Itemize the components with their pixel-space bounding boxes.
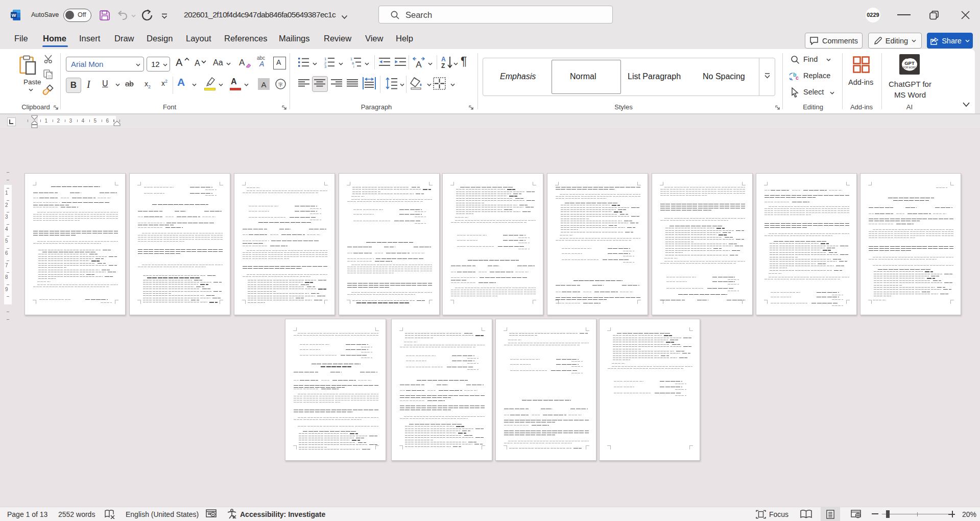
svg-text:3: 3 <box>324 64 326 68</box>
svg-text:字: 字 <box>278 82 283 87</box>
svg-text:1: 1 <box>350 57 352 61</box>
svg-text:c: c <box>796 75 799 81</box>
svg-text:Z: Z <box>441 62 445 69</box>
svg-text:i: i <box>353 65 354 68</box>
svg-text:W: W <box>12 12 16 18</box>
svg-text:A: A <box>416 60 422 68</box>
svg-text:a: a <box>352 61 354 65</box>
svg-text:A: A <box>441 56 446 63</box>
svg-text:GPT: GPT <box>904 60 915 66</box>
svg-text:FOR WORD: FOR WORD <box>903 66 917 69</box>
